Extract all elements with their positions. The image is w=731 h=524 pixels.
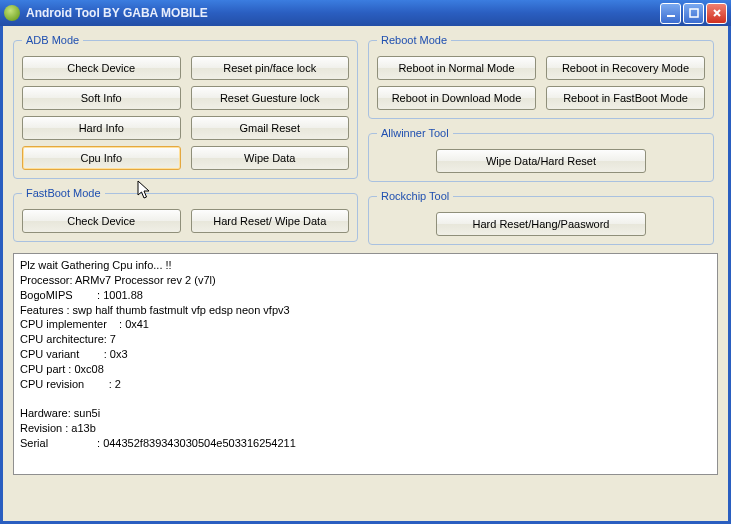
rockchip-legend: Rockchip Tool	[377, 190, 453, 202]
svg-rect-1	[690, 9, 698, 17]
reboot-recovery-button[interactable]: Reboot in Recovery Mode	[546, 56, 705, 80]
app-icon	[4, 5, 20, 21]
output-textbox[interactable]: Plz wait Gathering Cpu info... !! Proces…	[13, 253, 718, 475]
fb-check-device-button[interactable]: Check Device	[22, 209, 181, 233]
allwinner-wipe-button[interactable]: Wipe Data/Hard Reset	[436, 149, 646, 173]
reboot-download-button[interactable]: Reboot in Download Mode	[377, 86, 536, 110]
fastboot-legend: FastBoot Mode	[22, 187, 105, 199]
allwinner-legend: Allwinner Tool	[377, 127, 453, 139]
fb-hard-reset-button[interactable]: Hard Reset/ Wipe Data	[191, 209, 350, 233]
minimize-button[interactable]	[660, 3, 681, 24]
reboot-fastboot-button[interactable]: Reboot in FastBoot Mode	[546, 86, 705, 110]
wipe-data-button[interactable]: Wipe Data	[191, 146, 350, 170]
gmail-reset-button[interactable]: Gmail Reset	[191, 116, 350, 140]
reset-gesture-button[interactable]: Reset Guesture lock	[191, 86, 350, 110]
reboot-normal-button[interactable]: Reboot in Normal Mode	[377, 56, 536, 80]
adb-legend: ADB Mode	[22, 34, 83, 46]
reset-pin-button[interactable]: Reset pin/face lock	[191, 56, 350, 80]
titlebar: Android Tool BY GABA MOBILE	[0, 0, 731, 26]
reboot-legend: Reboot Mode	[377, 34, 451, 46]
rockchip-tool-group: Rockchip Tool Hard Reset/Hang/Paasword	[368, 190, 714, 245]
client-area: ADB Mode Check Device Reset pin/face loc…	[0, 26, 731, 524]
allwinner-tool-group: Allwinner Tool Wipe Data/Hard Reset	[368, 127, 714, 182]
svg-rect-0	[667, 15, 675, 17]
soft-info-button[interactable]: Soft Info	[22, 86, 181, 110]
check-device-button[interactable]: Check Device	[22, 56, 181, 80]
adb-mode-group: ADB Mode Check Device Reset pin/face loc…	[13, 34, 358, 179]
hard-info-button[interactable]: Hard Info	[22, 116, 181, 140]
reboot-mode-group: Reboot Mode Reboot in Normal Mode Reboot…	[368, 34, 714, 119]
rockchip-hardreset-button[interactable]: Hard Reset/Hang/Paasword	[436, 212, 646, 236]
cpu-info-button[interactable]: Cpu Info	[22, 146, 181, 170]
close-button[interactable]	[706, 3, 727, 24]
window-title: Android Tool BY GABA MOBILE	[26, 6, 660, 20]
maximize-button[interactable]	[683, 3, 704, 24]
fastboot-mode-group: FastBoot Mode Check Device Hard Reset/ W…	[13, 187, 358, 242]
window-buttons	[660, 3, 727, 24]
